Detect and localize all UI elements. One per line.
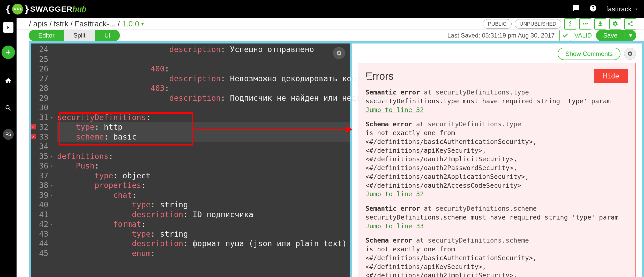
svg-point-1 bbox=[585, 23, 586, 25]
user-avatar[interactable]: FS bbox=[3, 129, 14, 140]
logo-swagger-text: SWAGGER bbox=[30, 5, 72, 13]
view-toggle: Editor Split UI bbox=[29, 30, 120, 41]
view-ui-tab[interactable]: UI bbox=[95, 30, 120, 41]
validation-panel: Show Comments Errors Hide Semantic error… bbox=[350, 41, 644, 277]
error-item: Schema error at securityDefinitions.type… bbox=[365, 120, 628, 199]
search-icon[interactable] bbox=[5, 104, 12, 113]
errors-box: Errors Hide Semantic error at securityDe… bbox=[358, 63, 636, 277]
validation-panel-header: Show Comments bbox=[358, 48, 636, 60]
editor-gutter: 2425262728293031▾32✕33✕3435▾36▾3738▾39▾4… bbox=[31, 43, 51, 258]
toolbar-row: Editor Split UI Last Saved: 05:31:19 pm … bbox=[17, 30, 644, 41]
last-saved-label: Last Saved: 05:31:19 pm Aug 30, 2017 bbox=[447, 32, 555, 39]
validate-button[interactable] bbox=[559, 30, 571, 41]
save-dropdown-icon[interactable]: ▾ bbox=[625, 32, 636, 39]
logo-hub-text: hub bbox=[72, 5, 86, 13]
annotation-red-arrow bbox=[194, 129, 352, 130]
crumb-version[interactable]: 1.0.0 bbox=[122, 19, 139, 28]
jump-to-line-link[interactable]: Jump to line 33 bbox=[365, 222, 424, 230]
top-bar: { } SWAGGERhub fasttrack bbox=[0, 0, 644, 18]
breadcrumb: / apis / fstrk / Fasttrack-... / 1.0.0 ▾ bbox=[29, 19, 144, 28]
user-name: fasttrack bbox=[606, 5, 632, 13]
breadcrumb-row: / apis / fstrk / Fasttrack-... / 1.0.0 ▾… bbox=[17, 18, 644, 30]
crumb-apis[interactable]: apis bbox=[33, 19, 47, 28]
content-split: 2425262728293031▾32✕33✕3435▾36▾3738▾39▾4… bbox=[17, 41, 644, 277]
hide-errors-button[interactable]: Hide bbox=[594, 69, 628, 83]
code-editor[interactable]: 2425262728293031▾32✕33✕3435▾36▾3738▾39▾4… bbox=[31, 43, 350, 258]
errors-list: Semantic error at securityDefinitions.ty… bbox=[365, 88, 628, 277]
show-comments-button[interactable]: Show Comments bbox=[558, 48, 620, 60]
jump-to-line-link[interactable]: Jump to line 32 bbox=[365, 190, 424, 198]
save-button[interactable]: Save ▾ bbox=[596, 30, 636, 41]
main-area: / apis / fstrk / Fasttrack-... / 1.0.0 ▾… bbox=[17, 18, 644, 277]
share-button[interactable] bbox=[624, 18, 636, 30]
home-icon[interactable] bbox=[5, 77, 12, 86]
chevron-down-icon bbox=[634, 5, 639, 13]
logo-brace-close: } bbox=[24, 4, 29, 14]
svg-point-0 bbox=[583, 23, 584, 25]
left-rail: FS bbox=[0, 18, 17, 277]
integrations-button[interactable] bbox=[564, 18, 576, 30]
crumb-api[interactable]: Fasttrack-... bbox=[75, 19, 116, 28]
error-item: Semantic error at securityDefinitions.sc… bbox=[365, 204, 628, 230]
download-button[interactable] bbox=[594, 18, 606, 30]
avatar-initials: FS bbox=[5, 132, 11, 137]
add-button[interactable] bbox=[2, 46, 15, 59]
logo-dot-icon bbox=[12, 4, 23, 14]
chat-icon[interactable] bbox=[572, 4, 580, 14]
crumb-org[interactable]: fstrk bbox=[54, 19, 69, 28]
user-menu[interactable]: fasttrack bbox=[606, 5, 639, 13]
editor-body[interactable]: description: Успешно отправлено 400: des… bbox=[57, 43, 350, 258]
public-pill[interactable]: PUBLIC bbox=[483, 19, 511, 29]
expand-rail-button[interactable] bbox=[3, 22, 13, 33]
svg-point-2 bbox=[587, 23, 588, 25]
editor-panel: 2425262728293031▾32✕33✕3435▾36▾3738▾39▾4… bbox=[29, 41, 350, 277]
unpublished-pill[interactable]: UNPUBLISHED bbox=[515, 19, 561, 29]
error-item: Semantic error at securityDefinitions.ty… bbox=[365, 88, 628, 114]
topbar-right: fasttrack bbox=[572, 4, 639, 14]
save-label: Save bbox=[596, 32, 625, 39]
settings-button[interactable] bbox=[609, 18, 621, 30]
more-button[interactable] bbox=[579, 18, 591, 30]
logo-brace-open: { bbox=[5, 4, 11, 14]
error-item: Schema error at securityDefinitions.sche… bbox=[365, 236, 628, 277]
view-editor-tab[interactable]: Editor bbox=[29, 30, 64, 41]
logo[interactable]: { } SWAGGERhub bbox=[5, 4, 86, 14]
view-split-tab[interactable]: Split bbox=[64, 30, 95, 41]
valid-label: VALID bbox=[574, 32, 592, 39]
panel-settings-icon[interactable] bbox=[624, 48, 636, 60]
jump-to-line-link[interactable]: Jump to line 32 bbox=[365, 106, 424, 114]
version-dropdown-icon[interactable]: ▾ bbox=[141, 21, 144, 27]
help-icon[interactable] bbox=[589, 4, 597, 14]
